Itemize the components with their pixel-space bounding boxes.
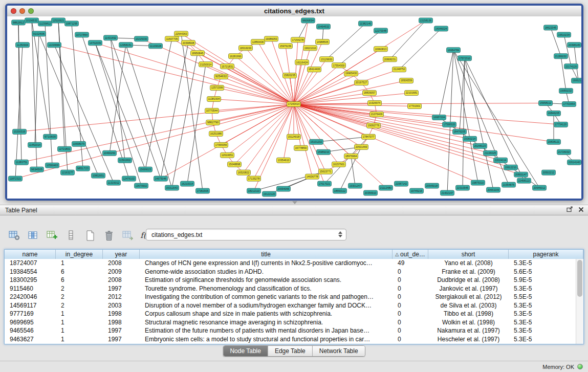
tab-edge-table[interactable]: Edge Table (268, 346, 312, 356)
cell-pagerank: 5.3E-5 (509, 318, 576, 327)
graph-edge[interactable] (187, 64, 206, 184)
graph-node-label: 11103028 (150, 45, 162, 48)
graph-edge[interactable] (399, 29, 441, 70)
table-row[interactable]: 2242004622012Investigating the contribut… (5, 293, 576, 301)
row-height-icon[interactable] (65, 229, 77, 242)
graph-node-label: 16846205 (548, 112, 560, 115)
graph-edge[interactable] (95, 43, 141, 186)
graph-edge[interactable] (316, 137, 368, 142)
graph-edge[interactable] (234, 104, 294, 165)
graph-edge[interactable] (19, 104, 294, 132)
graph-node-label: 19875310 (472, 181, 484, 184)
graph-edge[interactable] (35, 34, 39, 145)
cell-name: 18724007 (5, 259, 56, 268)
graph-node-label: 21286032 (555, 55, 567, 58)
graph-edge[interactable] (39, 34, 98, 176)
network-table-select[interactable]: citations_edges.txt (146, 229, 346, 240)
graph-node-label: 14046024 (435, 27, 447, 30)
graph-node-label: 20945012 (534, 186, 546, 189)
tab-network-table[interactable]: Network Table (312, 346, 365, 356)
table-row[interactable]: 911546021997Tourette syndrome. Phenomeno… (5, 285, 576, 293)
table-mode-icon[interactable] (8, 229, 20, 242)
graph-edge[interactable] (574, 45, 578, 81)
graph-edge[interactable] (126, 45, 172, 188)
graph-edge[interactable] (181, 34, 294, 104)
close-panel-icon[interactable] (578, 207, 584, 212)
tab-node-table[interactable]: Node Table (223, 346, 268, 356)
graph-edge[interactable] (294, 104, 521, 175)
graph-edge[interactable] (294, 93, 369, 104)
graph-node-label: 14675046 (155, 177, 167, 180)
column-header-year[interactable]: year (103, 250, 140, 259)
graph-edge[interactable] (21, 104, 294, 163)
new-file-icon[interactable] (84, 229, 96, 242)
graph-edge[interactable] (453, 50, 509, 185)
status-bar: Memory: OK (0, 361, 588, 372)
column-header-short[interactable]: short (428, 250, 509, 259)
graph-edge[interactable] (294, 104, 511, 168)
delete-column-icon[interactable] (103, 229, 115, 242)
graph-edge[interactable] (551, 28, 561, 56)
table-row[interactable]: 969969511998Structural magnetic resonanc… (5, 318, 576, 327)
graph-edge[interactable] (172, 39, 294, 104)
network-window: citations_edges.txt 17240414925463212571… (5, 4, 583, 201)
column-header-title[interactable]: title (140, 250, 393, 259)
graph-edge[interactable] (110, 45, 126, 153)
cell-title: Genome-wide association studies in ADHD. (140, 268, 393, 276)
column-header-pagerank[interactable]: pagerank (509, 250, 583, 259)
cell-name: 9465546 (5, 326, 56, 335)
table-row[interactable]: 946554611997Estimation of the future num… (5, 326, 576, 335)
graph-edge[interactable] (172, 53, 198, 188)
graph-edge[interactable] (326, 24, 365, 59)
table-row[interactable]: 946362711997Embryonic stem cells: a mode… (5, 335, 576, 344)
graph-node-label: 16251986 (210, 132, 222, 135)
graph-edge[interactable] (141, 39, 294, 104)
table-row[interactable]: 1830029562008Estimation of significance … (5, 276, 576, 285)
graph-node-label: 15820235 (284, 74, 296, 77)
table-vertical-scrollbar[interactable] (576, 259, 583, 344)
graph-edge[interactable] (145, 39, 172, 169)
graph-edge[interactable] (564, 35, 571, 67)
graph-edge[interactable] (284, 104, 294, 161)
graph-edge[interactable] (111, 38, 161, 179)
graph-edge[interactable] (181, 34, 203, 191)
scrollbar-thumb[interactable] (577, 260, 582, 297)
import-table-icon[interactable] (122, 229, 134, 242)
graph-edge[interactable] (54, 45, 114, 183)
table-row[interactable]: 1938455462009Genome-wide association stu… (5, 268, 576, 276)
graph-edge[interactable] (58, 20, 64, 149)
network-view[interactable]: 1724041492546321257159911381904107705449… (7, 16, 581, 199)
column-header-name[interactable]: name (5, 250, 56, 259)
graph-edge[interactable] (32, 20, 50, 137)
float-panel-icon[interactable] (567, 206, 573, 212)
network-window-titlebar[interactable]: citations_edges.txt (7, 6, 581, 17)
graph-edge[interactable] (294, 104, 470, 139)
graph-edge[interactable] (463, 58, 465, 188)
graph-edge[interactable] (439, 50, 453, 118)
network-canvas[interactable]: 1724041492546321257159911381904107705449… (7, 16, 581, 199)
cell-in_degree: 1 (56, 310, 103, 318)
cell-out_degree: 0 (393, 318, 428, 327)
graph-edge[interactable] (294, 42, 322, 104)
graph-edge[interactable] (561, 56, 566, 91)
graph-edge[interactable] (294, 104, 301, 148)
split-pane-handle[interactable] (290, 201, 299, 204)
graph-edge[interactable] (465, 58, 493, 190)
column-header-label: title (261, 251, 271, 258)
column-header-in_degree[interactable]: in_degree (56, 250, 103, 259)
graph-edge[interactable] (294, 81, 406, 104)
graph-edge[interactable] (161, 43, 188, 179)
select-columns-icon[interactable] (27, 229, 39, 242)
graph-edge[interactable] (82, 35, 129, 179)
graph-edge[interactable] (447, 50, 453, 193)
table-row[interactable]: 1872400712008Changes of HCN gene express… (5, 259, 576, 268)
graph-edge[interactable] (294, 104, 339, 165)
graph-edge[interactable] (221, 77, 294, 104)
table-row[interactable]: 977716911998Corpus callosum shape and si… (5, 310, 576, 318)
graph-edge[interactable] (294, 59, 326, 104)
column-header-out_degree[interactable]: △out_de… (393, 250, 428, 259)
graph-edge[interactable] (324, 137, 368, 184)
graph-edge[interactable] (294, 104, 554, 142)
table-row[interactable]: 1456911722003Disruption of a novel membe… (5, 301, 576, 310)
new-column-icon[interactable] (46, 229, 58, 242)
